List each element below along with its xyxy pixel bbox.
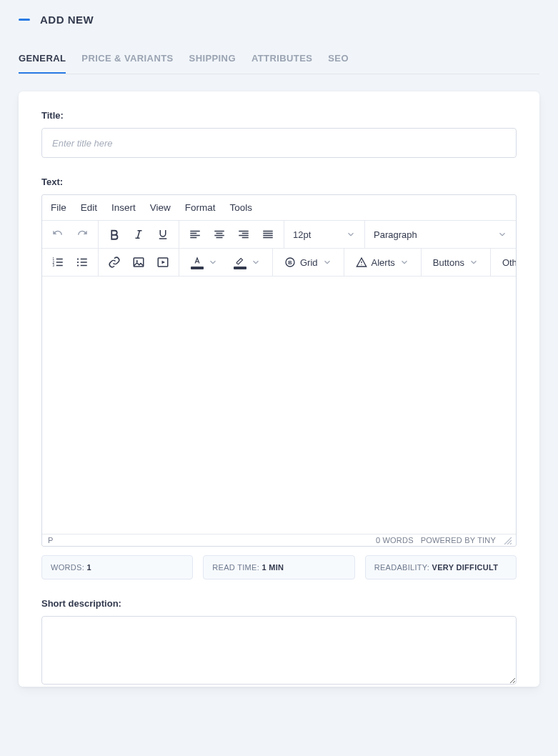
general-panel: Title: Text: File Edit Insert View Forma… — [19, 91, 539, 687]
undo-button[interactable] — [46, 224, 69, 245]
media-button[interactable] — [151, 252, 174, 273]
tab-attributes[interactable]: ATTRIBUTES — [251, 53, 312, 74]
redo-icon — [76, 228, 89, 241]
alerts-dropdown[interactable]: Alerts — [349, 252, 417, 273]
short-description-label: Short description: — [41, 598, 517, 609]
stat-readtime-label: READ TIME: — [212, 563, 261, 572]
tab-price-variants[interactable]: PRICE & VARIANTS — [81, 53, 173, 74]
title-field-label: Title: — [41, 110, 517, 121]
stat-readability: READABILITY: VERY DIFFICULT — [365, 555, 517, 580]
align-justify-button[interactable] — [256, 224, 279, 245]
page-title: ADD NEW — [40, 14, 94, 26]
underline-button[interactable] — [151, 224, 174, 245]
chevron-down-icon — [208, 257, 218, 267]
editor-branding[interactable]: POWERED BY TINY — [421, 536, 496, 544]
italic-icon — [132, 228, 145, 241]
tab-shipping[interactable]: SHIPPING — [189, 53, 236, 74]
other-dropdown[interactable]: Other — [495, 252, 517, 273]
stat-words-value: 1 — [86, 563, 91, 572]
image-button[interactable] — [127, 252, 150, 273]
svg-text:B: B — [288, 259, 292, 266]
play-box-icon — [156, 256, 169, 269]
editor-statusbar: P 0 WORDS POWERED BY TINY — [42, 534, 516, 546]
unordered-list-icon — [76, 256, 89, 269]
link-button[interactable] — [103, 252, 126, 273]
grid-bootstrap-icon: B — [284, 257, 296, 268]
block-format-value: Paragraph — [374, 229, 417, 240]
text-color-icon — [192, 256, 202, 266]
align-center-icon — [213, 228, 226, 241]
image-icon — [132, 256, 145, 269]
redo-button[interactable] — [71, 224, 94, 245]
editor-toolbar-row-2: 123 — [42, 249, 516, 277]
editor-content-area[interactable] — [42, 277, 516, 534]
stat-words-label: WORDS: — [51, 563, 86, 572]
menu-tools[interactable]: Tools — [230, 202, 253, 213]
other-label: Other — [502, 257, 517, 268]
page-header: ADD NEW — [19, 14, 539, 26]
underline-icon — [156, 228, 169, 241]
resize-handle-icon[interactable] — [503, 536, 512, 544]
menu-view[interactable]: View — [150, 202, 171, 213]
svg-point-4 — [77, 262, 79, 263]
stat-readability-value: VERY DIFFICULT — [432, 563, 499, 572]
font-size-value: 12pt — [293, 229, 311, 240]
numbered-list-button[interactable]: 123 — [46, 252, 69, 273]
align-right-icon — [237, 228, 250, 241]
svg-line-13 — [510, 543, 512, 544]
align-right-button[interactable] — [232, 224, 255, 245]
svg-text:3: 3 — [53, 264, 55, 267]
align-left-button[interactable] — [184, 224, 206, 245]
highlight-color-button[interactable] — [226, 252, 268, 273]
ordered-list-icon: 123 — [51, 256, 64, 269]
grid-label: Grid — [300, 257, 318, 268]
title-input[interactable] — [41, 128, 517, 158]
buttons-dropdown[interactable]: Buttons — [426, 252, 486, 273]
bullet-list-button[interactable] — [71, 252, 94, 273]
svg-point-5 — [77, 264, 79, 266]
tabs: GENERAL PRICE & VARIANTS SHIPPING ATTRIB… — [19, 53, 539, 74]
highlight-icon — [235, 256, 245, 266]
svg-point-7 — [136, 260, 138, 262]
chevron-down-icon — [322, 257, 332, 267]
italic-button[interactable] — [127, 224, 150, 245]
menu-file[interactable]: File — [51, 202, 66, 213]
stat-readtime: READ TIME: 1 MIN — [203, 555, 354, 580]
buttons-label: Buttons — [433, 257, 464, 268]
stat-readability-label: READABILITY: — [374, 563, 432, 572]
font-size-select[interactable]: 12pt — [284, 221, 364, 248]
chevron-down-icon — [497, 229, 507, 239]
editor-toolbar-row-1: 12pt Paragraph — [42, 221, 516, 249]
stat-readtime-value: 1 MIN — [261, 563, 284, 572]
menu-insert[interactable]: Insert — [111, 202, 136, 213]
editor-word-count[interactable]: 0 WORDS — [376, 536, 414, 544]
menu-edit[interactable]: Edit — [81, 202, 97, 213]
accent-dash-icon — [19, 19, 30, 21]
menu-format[interactable]: Format — [185, 202, 216, 213]
grid-dropdown[interactable]: B Grid — [277, 252, 339, 273]
content-stats: WORDS: 1 READ TIME: 1 MIN READABILITY: V… — [41, 555, 517, 580]
svg-point-3 — [77, 258, 79, 259]
chevron-down-icon — [399, 257, 409, 267]
link-icon — [108, 256, 121, 269]
short-description-input[interactable] — [41, 616, 517, 685]
align-left-icon — [189, 228, 201, 241]
tab-general[interactable]: GENERAL — [19, 53, 66, 74]
align-justify-icon — [261, 228, 274, 241]
editor-menubar: File Edit Insert View Format Tools — [42, 195, 516, 221]
rich-text-editor: File Edit Insert View Format Tools — [41, 194, 517, 547]
block-format-select[interactable]: Paragraph — [365, 221, 516, 248]
text-field-label: Text: — [41, 176, 517, 187]
editor-element-path[interactable]: P — [48, 536, 54, 544]
chevron-down-icon — [346, 229, 356, 239]
chevron-down-icon — [469, 257, 479, 267]
tab-seo[interactable]: SEO — [328, 53, 349, 74]
undo-icon — [51, 228, 64, 241]
alerts-label: Alerts — [372, 257, 395, 268]
chevron-down-icon — [251, 257, 261, 267]
text-color-button[interactable] — [184, 252, 225, 273]
stat-words: WORDS: 1 — [41, 555, 193, 580]
bold-button[interactable] — [103, 224, 126, 245]
alert-triangle-icon — [356, 257, 367, 268]
align-center-button[interactable] — [208, 224, 231, 245]
